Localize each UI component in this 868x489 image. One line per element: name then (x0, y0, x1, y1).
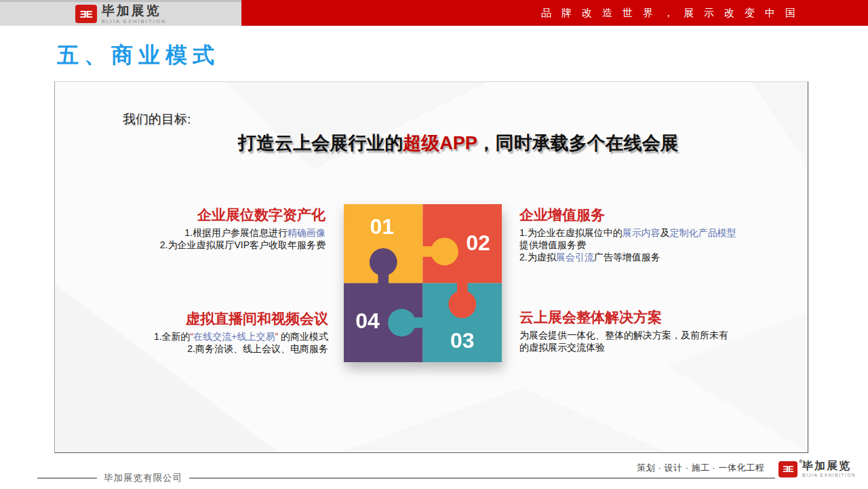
header-logo-area: ƎE 毕加展览 BIJIA EXHIBITION (0, 0, 241, 26)
quadrant-title: 虚拟直播间和视频会议 (154, 310, 328, 327)
text-segment: 及 (660, 227, 670, 238)
page-title: 五、商业模式 (57, 41, 220, 71)
slide-card: 我们的目标: 打造云上会展行业的超级APP，同时承载多个在线会展 企业展位数字资… (54, 81, 808, 453)
text-segment: 的商业模式 (278, 331, 328, 342)
quadrant-title: 云上展会整体解决方案 (519, 309, 728, 326)
text-segment-highlight: 定制化产品模型 (670, 227, 736, 238)
footer-bijia-logo: ƎE ® 毕加展览 BIJIA EXHIBITION (778, 461, 856, 478)
text-segment-highlight: 展会引流 (556, 252, 594, 262)
brand-name-cn: 毕加展览 (102, 4, 167, 17)
text-segment: 提供增值服务费 (519, 239, 586, 250)
text-segment: 1.根据用户参展信息进行 (184, 227, 288, 238)
text-segment: 1.为企业在虚拟展位中的 (519, 227, 623, 238)
bijia-logo: ƎE 毕加展览 BIJIA EXHIBITION (75, 4, 167, 24)
puzzle-number-01: 01 (370, 214, 394, 239)
text-segment: 2.商务洽谈、线上会议、电商服务 (187, 343, 328, 354)
text-segment-highlight: 精确画像 (288, 227, 326, 238)
quadrant-line: 1.全新的“在线交流+线上交易” 的商业模式 (154, 330, 328, 343)
quadrant-value-added-services: 企业增值服务 1.为企业在虚拟展位中的展示内容及定制化产品模型 提供增值服务费 … (519, 206, 736, 263)
text-segment-highlight: 在线交流+线上交易 (193, 331, 275, 342)
text-segment: 2.为企业虚拟展厅VIP客户收取年服务费 (160, 239, 326, 250)
footer-company-name: 毕加展览有限公司 (104, 472, 182, 484)
goal-label: 我们的目标: (123, 111, 191, 128)
quadrant-line: 的虚拟展示交流体验 (519, 341, 728, 353)
bijia-logo-text: 毕加展览 BIJIA EXHIBITION (102, 4, 167, 24)
quadrant-line: 2.为企业虚拟展厅VIP客户收取年服务费 (160, 239, 326, 251)
quadrant-line: 2.为虚拟展会引流广告等增值服务 (519, 251, 736, 263)
bijia-logo-icon: ƎE ® (778, 461, 797, 477)
brand-name-en: BIJIA EXHIBITION (802, 473, 856, 478)
puzzle-number-03: 03 (450, 328, 475, 353)
bijia-logo-glyph: ƎE (783, 464, 793, 474)
text-segment-highlight: 展示内容 (623, 227, 660, 238)
brand-slogan: 品牌改造世界，展示改变中国 (541, 7, 806, 20)
footer-line-segment (189, 477, 775, 479)
quadrant-line: 为展会提供一体化、整体的解决方案，及前所未有 (519, 329, 728, 341)
quadrant-live-video: 虚拟直播间和视频会议 1.全新的“在线交流+线上交易” 的商业模式 2.商务洽谈… (154, 310, 328, 355)
puzzle-number-04: 04 (355, 309, 380, 333)
quadrant-line: 1.根据用户参展信息进行精确画像 (160, 227, 326, 239)
footer-services-text: 策划 · 设计 · 施工 · 一体化工程 (637, 462, 764, 474)
registered-trademark-symbol: ® (799, 458, 802, 465)
quadrant-line: 1.为企业在虚拟展位中的展示内容及定制化产品模型 (519, 227, 736, 239)
quadrant-digital-assets: 企业展位数字资产化 1.根据用户参展信息进行精确画像 2.为企业虚拟展厅VIP客… (160, 206, 326, 251)
text-segment: 广告等增值服务 (594, 252, 660, 262)
headline: 打造云上会展行业的超级APP，同时承载多个在线会展 (106, 131, 811, 155)
slide-page: ƎE 毕加展览 BIJIA EXHIBITION 品牌改造世界，展示改变中国 五… (0, 0, 868, 489)
text-segment: 1.全新的 (154, 331, 191, 342)
bijia-logo-text: 毕加展览 BIJIA EXHIBITION (802, 461, 856, 478)
puzzle-number-02: 02 (466, 231, 490, 255)
brand-name-cn: 毕加展览 (802, 461, 856, 471)
text-segment: 2.为虚拟 (519, 252, 556, 262)
text-segment: 为展会提供一体化、整体的解决方案，及前所未有 (519, 330, 728, 340)
headline-highlight: 超级APP (403, 133, 477, 153)
quadrant-line: 提供增值服务费 (519, 239, 736, 251)
puzzle-graphic: 01 02 03 04 (343, 204, 502, 362)
quadrant-title: 企业展位数字资产化 (160, 206, 326, 223)
brand-name-en: BIJIA EXHIBITION (102, 19, 167, 24)
headline-post: ，同时承载多个在线会展 (477, 133, 679, 153)
quadrant-cloud-solution: 云上展会整体解决方案 为展会提供一体化、整体的解决方案，及前所未有 的虚拟展示交… (519, 309, 728, 353)
quadrant-title: 企业增值服务 (519, 206, 736, 223)
header-banner: 品牌改造世界，展示改变中国 (241, 0, 868, 26)
text-segment: 的虚拟展示交流体验 (519, 342, 605, 353)
bijia-logo-icon: ƎE (75, 5, 97, 23)
quadrant-line: 2.商务洽谈、线上会议、电商服务 (154, 343, 328, 355)
footer-rule: 毕加展览有限公司 (37, 473, 775, 484)
headline-pre: 打造云上会展行业的 (238, 133, 403, 153)
footer-line-segment (37, 477, 97, 479)
